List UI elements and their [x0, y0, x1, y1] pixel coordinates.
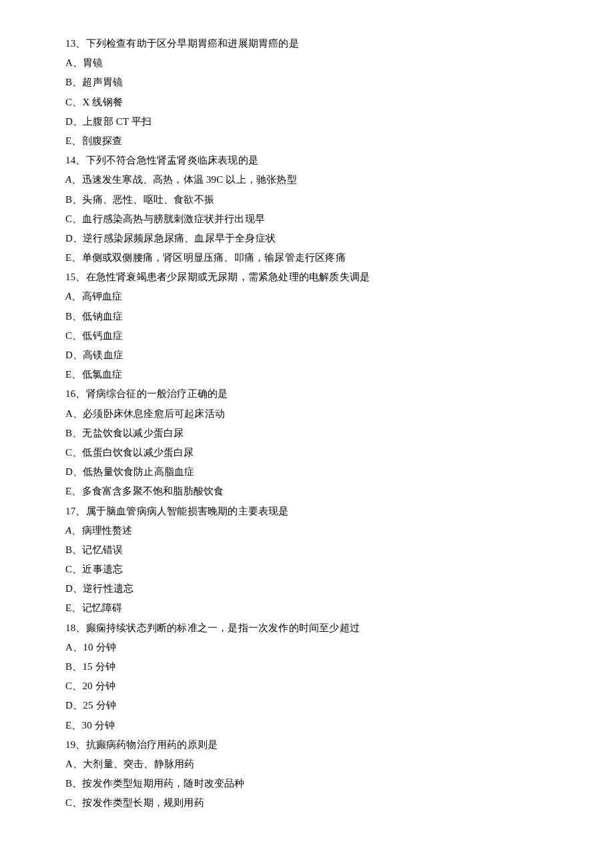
question-option: D、高镁血症 — [65, 350, 549, 360]
question-option: B、头痛、恶性、呕吐、食欲不振 — [65, 195, 549, 205]
question-option: A、10 分钟 — [65, 642, 549, 653]
question-option: B、按发作类型短期用药，随时改变品种 — [65, 779, 549, 789]
question-option: B、超声胃镜 — [65, 77, 549, 87]
question-option: A、大剂量、突击、静脉用药 — [65, 759, 549, 769]
question-option: C、20 分钟 — [65, 681, 549, 691]
question-stem: 18、癫痫持续状态判断的标准之一，是指一次发作的时间至少超过 — [65, 623, 549, 633]
question-stem: 15、在急性肾衰竭患者少尿期或无尿期，需紧急处理的电解质失调是 — [65, 272, 549, 282]
question-option: C、低钙血症 — [65, 331, 549, 341]
question-option: D、上腹部 CT 平扫 — [65, 117, 549, 127]
question-option: E、30 分钟 — [65, 721, 549, 731]
question-option: E、多食富含多聚不饱和脂肪酸饮食 — [65, 486, 549, 496]
question-stem: 13、下列检查有助于区分早期胃癌和进展期胃癌的是 — [65, 39, 549, 49]
option-text: 、病理性赘述 — [71, 525, 132, 536]
question-option: E、记忆障碍 — [65, 603, 549, 613]
question-option: B、无盐饮食以减少蛋白尿 — [65, 428, 549, 438]
option-letter: A — [65, 525, 71, 536]
option-text: 、迅速发生寒战、高热，体温 39C 以上，驰张热型 — [71, 174, 297, 185]
question-option: D、逆行性遗忘 — [65, 584, 549, 594]
question-option: E、剖腹探查 — [65, 136, 549, 146]
question-option: C、按发作类型长期，规则用药 — [65, 798, 549, 808]
question-option: A、病理性赘述 — [65, 526, 549, 536]
question-option: A、迅速发生寒战、高热，体温 39C 以上，驰张热型 — [65, 175, 549, 185]
question-option: A、高钾血症 — [65, 292, 549, 302]
question-option: B、记忆错误 — [65, 545, 549, 555]
question-option: E、低氯血症 — [65, 370, 549, 380]
option-letter: A — [65, 174, 71, 185]
question-stem: 19、抗癫病药物治疗用药的原则是 — [65, 740, 549, 750]
question-option: B、低钠血症 — [65, 312, 549, 322]
question-stem: 17、属于脑血管病病人智能损害晚期的主要表现是 — [65, 506, 549, 516]
question-option: D、逆行感染尿频尿急尿痛、血尿早于全身症状 — [65, 234, 549, 244]
option-letter: A — [65, 291, 71, 302]
question-option: A、胃镜 — [65, 58, 549, 68]
question-option: A、必须卧床休息痊愈后可起床活动 — [65, 409, 549, 419]
question-stem: 14、下列不符合急性肾盂肾炎临床表现的是 — [65, 155, 549, 165]
question-option: D、25 分钟 — [65, 701, 549, 711]
question-option: C、低蛋白饮食以减少蛋白尿 — [65, 448, 549, 458]
question-option: D、低热量饮食防止高脂血症 — [65, 467, 549, 477]
question-option: C、X 线钢餐 — [65, 97, 549, 107]
question-option: B、15 分钟 — [65, 662, 549, 672]
question-option: C、近事遗忘 — [65, 564, 549, 574]
question-option: E、单侧或双侧腰痛，肾区明显压痛、叩痛，输尿管走行区疼痛 — [65, 253, 549, 263]
question-stem: 16、肾病综合征的一般治疗正确的是 — [65, 389, 549, 399]
option-text: 、高钾血症 — [71, 291, 122, 302]
document-page: 13、下列检查有助于区分早期胃癌和进展期胃癌的是A、胃镜B、超声胃镜C、X 线钢… — [0, 0, 614, 845]
question-option: C、血行感染高热与膀胱刺激症状并行出现早 — [65, 214, 549, 224]
